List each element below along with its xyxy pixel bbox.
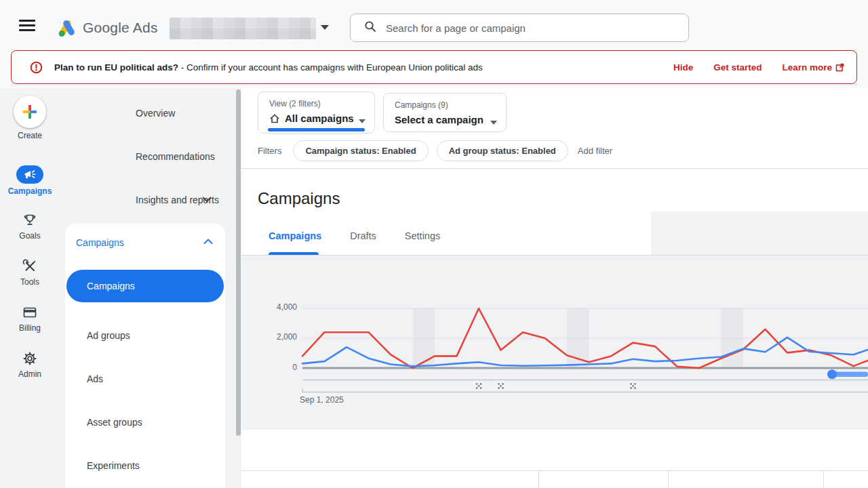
tab-settings[interactable]: Settings [405, 230, 440, 252]
chevron-up-icon[interactable] [203, 239, 213, 245]
tab-drafts[interactable]: Drafts [350, 230, 376, 252]
subnav-item-ad-groups[interactable]: Ad groups [87, 330, 130, 341]
annotation-marker-icon [634, 387, 636, 389]
campaigns-group-card: Campaigns Campaigns Experiments Ad group… [65, 224, 225, 488]
annotation-marker-icon [630, 387, 632, 389]
external-link-icon [835, 63, 844, 72]
view-filter-dropdown[interactable]: View (2 filters) All campaigns [258, 92, 375, 134]
brand-title: Google Ads [83, 20, 158, 36]
dropdown-caret-icon [490, 121, 497, 125]
dropdown-caret-icon [359, 119, 366, 123]
rail-label-tools: Tools [0, 277, 60, 287]
rail-label-campaigns: Campaigns [0, 186, 60, 196]
annotation-marker-icon [630, 383, 632, 385]
search-input[interactable]: Search for a page or campaign [350, 14, 689, 42]
filters-label: Filters [258, 146, 281, 156]
table-column-divider [538, 471, 539, 488]
subnav-scrollbar[interactable] [236, 89, 241, 436]
annotation-marker-icon [476, 387, 478, 389]
annotation-marker-icon [634, 383, 636, 385]
tab-campaigns[interactable]: Campaigns [269, 230, 321, 252]
credit-card-icon [22, 305, 37, 320]
scope-dropdown-caption: Campaigns (9) [395, 100, 448, 110]
gear-icon [22, 351, 37, 366]
account-name-redacted[interactable] [170, 18, 316, 39]
megaphone-icon [24, 169, 36, 180]
active-view-indicator [268, 128, 365, 131]
rail-item-campaigns[interactable]: Campaigns [0, 165, 60, 196]
hide-button[interactable]: Hide [673, 62, 693, 73]
tab-bar: Campaigns Drafts Settings [269, 230, 440, 252]
chart-scrubber-bar[interactable] [832, 372, 868, 378]
chart-scrubber-handle[interactable] [827, 369, 837, 379]
rail-item-create[interactable]: Create [0, 96, 60, 140]
search-placeholder: Search for a page or campaign [386, 22, 526, 34]
subnav-item-ads[interactable]: Ads [87, 373, 103, 384]
rail-label-admin: Admin [0, 369, 60, 379]
section-divider [241, 168, 868, 169]
filter-chip-campaign-status[interactable]: Campaign status: Enabled [293, 140, 428, 161]
filter-chip-ad-group-status[interactable]: Ad group status: Enabled [437, 140, 568, 161]
view-dropdown-value: All campaigns [285, 113, 354, 124]
rail-label-create: Create [0, 131, 60, 140]
annotation-marker-icon [498, 383, 500, 385]
x-axis-start-label: Sep 1, 2025 [300, 395, 344, 405]
rail-item-tools[interactable]: Tools [0, 258, 60, 287]
account-switcher-caret-icon[interactable] [321, 25, 329, 30]
performance-chart: 4,000 2,000 0 Sep 1, 2025 [241, 256, 868, 430]
table-top-border [241, 470, 868, 471]
filters-bar: Filters Campaign status: Enabled Ad grou… [258, 140, 612, 161]
get-started-button[interactable]: Get started [713, 62, 762, 73]
view-dropdown-caption: View (2 filters) [269, 99, 321, 108]
chevron-down-icon[interactable] [202, 197, 212, 203]
annotation-marker-icon [480, 387, 482, 389]
annotation-marker-icon [476, 383, 478, 385]
annotation-marker-icon [480, 383, 482, 385]
subnav-item-overview[interactable]: Overview [136, 108, 175, 119]
home-icon [269, 113, 280, 124]
select-campaign-dropdown[interactable]: Campaigns (9) Select a campaign [383, 93, 507, 132]
annotation-marker-icon [478, 385, 480, 387]
subnav-item-asset-groups[interactable]: Asset groups [87, 417, 142, 428]
trophy-icon [22, 213, 37, 228]
menu-icon[interactable] [19, 18, 35, 32]
chart-card-extension [651, 211, 868, 256]
annotation-marker-icon [502, 387, 504, 389]
alert-icon [30, 61, 43, 77]
subnav-item-recommendations[interactable]: Recommendations [136, 151, 215, 162]
subnav-group-campaigns[interactable]: Campaigns [76, 237, 124, 248]
annotation-marker-icon [632, 385, 634, 387]
google-ads-app: Google Ads Search for a page or campaign… [0, 0, 868, 488]
banner-message: Plan to run EU political ads? - Confirm … [54, 62, 483, 73]
scope-dropdown-value: Select a campaign [395, 114, 484, 125]
subnav-item-campaigns-selected[interactable]: Campaigns [66, 270, 224, 302]
google-ads-logo-icon [57, 18, 77, 41]
table-column-divider [823, 471, 824, 488]
add-filter-button[interactable]: Add filter [578, 146, 612, 156]
annotation-marker-icon [498, 387, 500, 389]
rail-label-billing: Billing [0, 323, 60, 333]
annotation-marker-icon [500, 385, 502, 387]
rail-label-goals: Goals [0, 231, 60, 241]
rail-item-goals[interactable]: Goals [0, 212, 60, 241]
rail-item-billing[interactable]: Billing [0, 304, 60, 333]
left-nav-rail [0, 88, 60, 488]
page-title: Campaigns [258, 189, 340, 208]
active-tab-underline [269, 252, 319, 255]
table-column-divider [668, 471, 669, 488]
rail-item-admin[interactable]: Admin [0, 350, 60, 379]
learn-more-link[interactable]: Learn more [782, 62, 844, 73]
plus-icon [21, 103, 39, 121]
annotation-marker-icon [502, 383, 504, 385]
tools-icon [22, 259, 37, 274]
subnav-item-experiments[interactable]: Experiments [87, 460, 140, 471]
search-icon [364, 20, 376, 35]
